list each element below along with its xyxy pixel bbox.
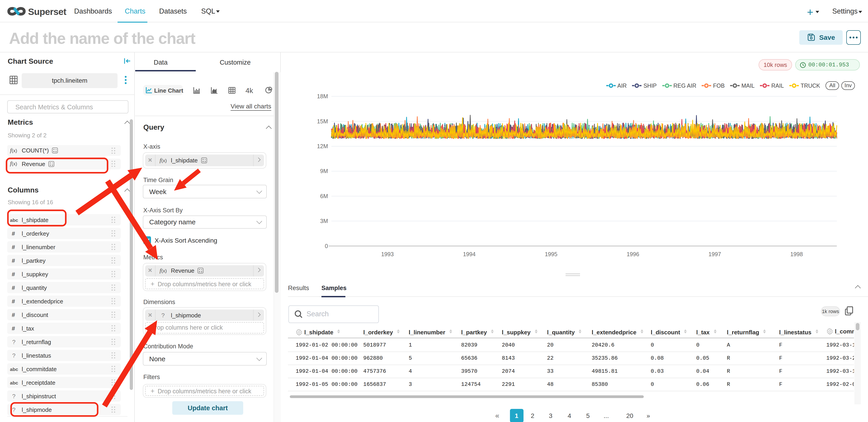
svg-text:12M: 12M bbox=[317, 143, 328, 149]
svg-text:1996: 1996 bbox=[627, 251, 639, 257]
svg-text:1997: 1997 bbox=[708, 251, 721, 257]
svg-text:1995: 1995 bbox=[545, 251, 557, 257]
svg-text:1994: 1994 bbox=[463, 251, 475, 257]
svg-text:18M: 18M bbox=[317, 93, 328, 99]
svg-text:15M: 15M bbox=[317, 118, 328, 125]
svg-text:9M: 9M bbox=[320, 168, 328, 174]
svg-text:1998: 1998 bbox=[790, 251, 803, 257]
svg-text:6M: 6M bbox=[320, 193, 328, 199]
svg-text:1993: 1993 bbox=[381, 251, 394, 257]
svg-text:0: 0 bbox=[325, 243, 328, 249]
svg-text:3M: 3M bbox=[320, 218, 328, 224]
